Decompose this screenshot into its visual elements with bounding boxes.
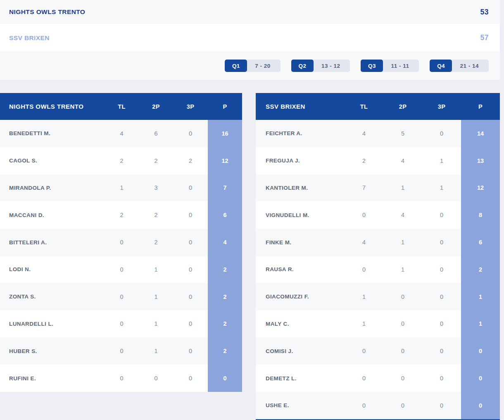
away-team-score: 57 (480, 33, 489, 42)
quarter-label-badge[interactable]: Q1 (225, 60, 247, 72)
table-row: GIACOMUZZI F. 1 0 0 1 (256, 283, 500, 310)
player-points: 8 (461, 201, 500, 229)
player-name: VIGNUDELLI M. (256, 201, 345, 229)
player-tl: 2 (345, 147, 383, 174)
scoreboard-card: NIGHTS OWLS TRENTO 53 SSV BRIXEN 57 Q1 7… (0, 0, 500, 80)
player-tl: 1 (105, 174, 139, 202)
player-3p: 0 (173, 337, 208, 365)
player-tl: 1 (345, 310, 383, 338)
player-3p: 0 (422, 201, 461, 229)
quarter-scores-bar: Q1 7 - 20 Q2 13 - 12 Q3 11 - 11 Q4 21 - … (0, 52, 500, 80)
player-points: 1 (461, 283, 500, 310)
table-row: LUNARDELLI L. 0 1 0 2 (0, 310, 242, 338)
player-points: 7 (208, 174, 242, 202)
quarter-chip[interactable]: Q4 21 - 14 (430, 60, 489, 72)
quarter-chip[interactable]: Q3 11 - 11 (361, 60, 419, 72)
player-tl: 0 (105, 229, 139, 256)
player-points: 2 (461, 256, 500, 283)
player-tl: 0 (345, 256, 383, 283)
column-header-p: P (208, 103, 242, 110)
player-tl: 4 (345, 229, 383, 256)
table-header-home: NIGHTS OWLS TRENTO TL 2P 3P P (0, 93, 242, 120)
player-2p: 0 (139, 365, 173, 392)
player-name: CAGOL S. (0, 147, 105, 174)
player-2p: 3 (139, 174, 173, 202)
player-2p: 2 (139, 229, 173, 256)
player-2p: 4 (383, 147, 422, 174)
player-tl: 0 (105, 365, 139, 392)
player-points: 1 (461, 310, 500, 338)
scoreboard-row-home: NIGHTS OWLS TRENTO 53 (0, 0, 500, 24)
player-tl: 2 (105, 201, 139, 229)
player-name: USHE E. (256, 392, 345, 419)
player-3p: 0 (422, 337, 461, 365)
scoreboard-row-away: SSV BRIXEN 57 (0, 24, 500, 52)
quarter-score-pill: 11 - 11 (381, 60, 419, 72)
quarter-label-badge[interactable]: Q4 (430, 60, 452, 72)
player-2p: 0 (383, 283, 422, 310)
player-name: RUFINI E. (0, 365, 105, 392)
player-name: FREGUJA J. (256, 147, 345, 174)
table-row: DEMETZ L. 0 0 0 0 (256, 365, 500, 392)
quarter-chip[interactable]: Q1 7 - 20 (225, 60, 281, 72)
player-name: KANTIOLER M. (256, 174, 345, 202)
player-tl: 0 (105, 256, 139, 283)
quarter-label-badge[interactable]: Q3 (361, 60, 383, 72)
home-team-name: NIGHTS OWLS TRENTO (9, 8, 85, 16)
player-2p: 6 (139, 120, 173, 147)
player-name: HUBER S. (0, 337, 105, 365)
player-points: 0 (461, 365, 500, 392)
table-row: BITTELERI A. 0 2 0 4 (0, 229, 242, 256)
player-tl: 4 (345, 120, 383, 147)
player-points: 14 (461, 120, 500, 147)
table-row: RUFINI E. 0 0 0 0 (0, 365, 242, 392)
table-body-away: FEICHTER A. 4 5 0 14 FREGUJA J. 2 4 1 13… (256, 120, 500, 419)
player-points: 0 (461, 337, 500, 365)
player-tl: 4 (105, 120, 139, 147)
quarter-score-pill: 13 - 12 (311, 60, 350, 72)
player-points: 13 (461, 147, 500, 174)
player-3p: 1 (422, 174, 461, 202)
player-tl: 7 (345, 174, 383, 202)
table-row: CAGOL S. 2 2 2 12 (0, 147, 242, 174)
player-tl: 0 (345, 365, 383, 392)
table-row: HUBER S. 0 1 0 2 (0, 337, 242, 365)
table-row: FREGUJA J. 2 4 1 13 (256, 147, 500, 174)
table-body-home: BENEDETTI M. 4 6 0 16 CAGOL S. 2 2 2 12 … (0, 120, 242, 392)
quarter-label-badge[interactable]: Q2 (291, 60, 314, 72)
player-3p: 0 (173, 365, 208, 392)
player-name: MIRANDOLA P. (0, 174, 105, 202)
player-2p: 0 (383, 310, 422, 338)
table-row: USHE E. 0 0 0 0 (256, 392, 500, 419)
player-tl: 0 (345, 392, 383, 419)
table-row: LODI N. 0 1 0 2 (0, 256, 242, 283)
player-name: COMISI J. (256, 337, 345, 365)
player-3p: 0 (422, 283, 461, 310)
player-tl: 0 (345, 337, 383, 365)
column-header-2p: 2P (139, 103, 173, 110)
player-tl: 0 (105, 337, 139, 365)
player-2p: 2 (139, 147, 173, 174)
player-points: 4 (208, 229, 242, 256)
table-header-away: SSV BRIXEN TL 2P 3P P (256, 93, 500, 120)
player-points: 6 (208, 201, 242, 229)
player-2p: 0 (383, 365, 422, 392)
player-tl: 1 (345, 283, 383, 310)
player-2p: 1 (383, 229, 422, 256)
player-name: FEICHTER A. (256, 120, 345, 147)
player-3p: 0 (422, 392, 461, 419)
player-3p: 0 (422, 229, 461, 256)
column-header-tl: TL (105, 103, 139, 110)
player-3p: 0 (422, 256, 461, 283)
player-3p: 0 (173, 229, 208, 256)
player-2p: 1 (139, 337, 173, 365)
boxscore-table-away: SSV BRIXEN TL 2P 3P P FEICHTER A. 4 5 0 … (256, 93, 500, 420)
player-points: 2 (208, 337, 242, 365)
quarter-chip[interactable]: Q2 13 - 12 (291, 60, 350, 72)
player-points: 6 (461, 229, 500, 256)
player-tl: 0 (105, 310, 139, 338)
player-2p: 1 (139, 283, 173, 310)
player-name: RAUSA R. (256, 256, 345, 283)
player-3p: 2 (173, 147, 208, 174)
player-points: 12 (461, 174, 500, 202)
